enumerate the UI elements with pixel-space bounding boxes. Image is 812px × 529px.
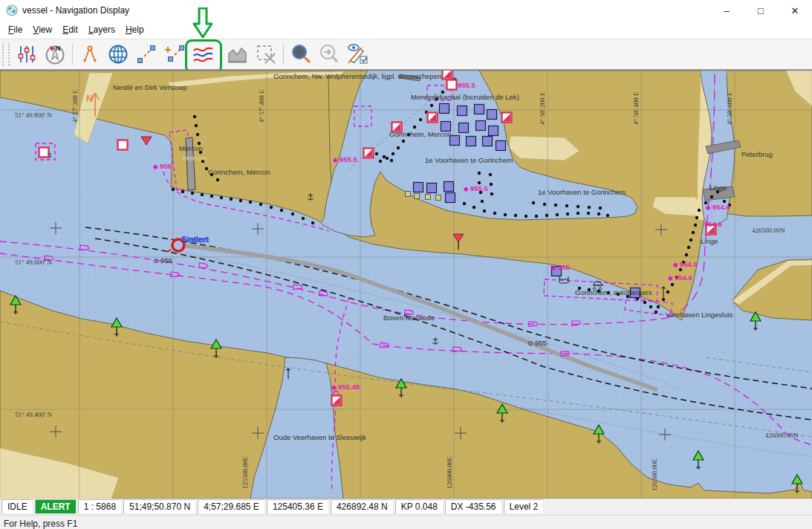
close-button[interactable]: ✕ (778, 0, 812, 21)
orientation-compass-button[interactable]: N (41, 42, 69, 67)
menu-file[interactable]: File (3, 22, 27, 37)
status-kp: KP 0.048 (395, 499, 444, 514)
deselect-icon (255, 43, 277, 65)
window-title: vessel - Navigation Display (22, 5, 129, 16)
waves-icon (192, 43, 214, 65)
status-scale: 1 : 5868 (78, 499, 122, 514)
display-filters-button[interactable] (13, 42, 41, 67)
add-line-icon (163, 43, 186, 65)
status-mode: IDLE (1, 499, 33, 514)
status-alert-badge: ALERT (35, 499, 77, 514)
globe-app-icon (6, 4, 18, 16)
window-controls: – □ ✕ (709, 0, 812, 21)
status-northing: 426892.48 N (331, 499, 394, 514)
status-longitude: 4;57;29.685 E (198, 499, 265, 514)
vessel-check-icon (345, 43, 369, 65)
toolbar: N (0, 39, 812, 70)
toolbar-separator (72, 44, 73, 65)
application-window: vessel - Navigation Display – □ ✕ File V… (0, 0, 812, 529)
title-bar: vessel - Navigation Display – □ ✕ (0, 0, 812, 21)
clear-selection-button[interactable] (252, 42, 280, 67)
north-compass-icon: N (44, 43, 66, 65)
status-level: Level 2 (504, 499, 545, 514)
dividers-tool-button[interactable] (76, 42, 104, 67)
dividers-icon (79, 44, 100, 65)
help-bar: For Help, press F1 (0, 515, 812, 529)
chart-view[interactable]: Gorinchem, Nw. Wolpherensedijk, ligpl. w… (0, 70, 812, 499)
vessel-visibility-button[interactable] (343, 42, 371, 67)
maximize-button[interactable]: □ (744, 0, 778, 21)
measure-line-icon (136, 44, 157, 65)
waterway-guidance-button[interactable] (189, 42, 217, 67)
sliders-icon (16, 44, 37, 65)
depth-profile-button[interactable] (224, 42, 252, 67)
menu-help[interactable]: Help (120, 22, 149, 37)
menu-layers[interactable]: Layers (83, 22, 120, 37)
globe-icon (107, 43, 129, 65)
toolbar-gripper[interactable] (2, 43, 10, 65)
minimize-button[interactable]: – (709, 0, 744, 21)
zoom-previous-button[interactable] (287, 42, 315, 67)
status-easting: 125405.36 E (267, 499, 329, 514)
status-bar: IDLE ALERT 1 : 5868 51;49;50.870 N 4;57;… (0, 499, 812, 515)
zoom-next-button[interactable] (315, 42, 343, 67)
svg-text:N: N (56, 45, 61, 52)
toolbar-separator (220, 44, 221, 65)
menu-bar: File View Edit Layers Help (0, 21, 812, 39)
nautical-chart (0, 71, 812, 499)
menu-view[interactable]: View (27, 22, 57, 37)
zoom-forward-icon (318, 43, 340, 65)
status-latitude: 51;49;50.870 N (123, 499, 196, 514)
menu-edit[interactable]: Edit (57, 22, 83, 37)
status-dx: DX -435.56 (445, 499, 502, 514)
projection-globe-button[interactable] (104, 42, 132, 67)
add-route-point-button[interactable] (160, 42, 189, 67)
toolbar-separator (283, 44, 284, 65)
measure-line-button[interactable] (132, 42, 160, 67)
help-text: For Help, press F1 (4, 519, 77, 529)
area-chart-icon (226, 43, 250, 65)
zoom-back-icon (290, 43, 312, 65)
